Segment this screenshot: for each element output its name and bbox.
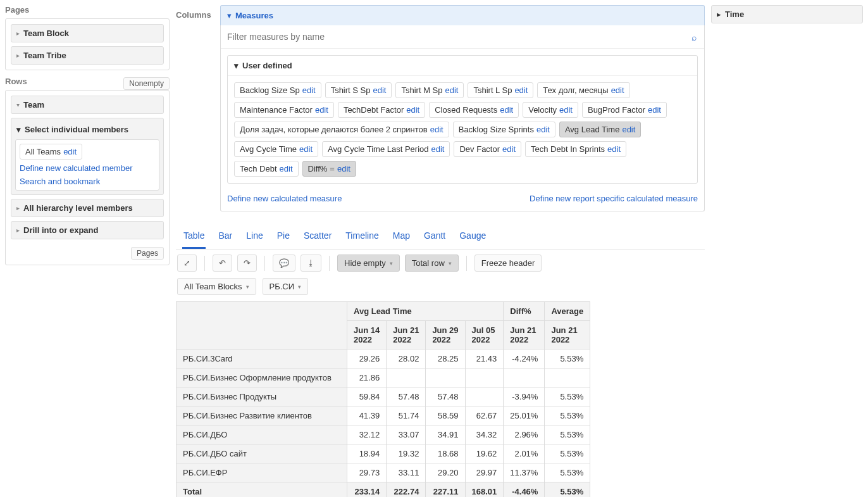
measure-chip[interactable]: Tech Debt In Sprintsedit (525, 141, 626, 157)
tab-bar[interactable]: Bar (217, 227, 233, 249)
col-date-header[interactable]: Jun 212022 (545, 321, 590, 349)
measure-chip[interactable]: Tshirt M Spedit (395, 82, 464, 98)
measure-chip-edit[interactable]: edit (406, 105, 419, 115)
measure-chip[interactable]: Тех долг, месяцыedit (537, 82, 629, 98)
measure-chip-edit[interactable]: edit (299, 144, 313, 154)
measure-chip-edit[interactable]: edit (430, 125, 443, 134)
measure-chip-edit[interactable]: edit (502, 144, 516, 154)
all-teams-chip[interactable]: All Teams edit (20, 144, 82, 160)
time-row[interactable]: ▸ Time (711, 5, 863, 23)
table-row[interactable]: РБ.СИ.ДБО32.1233.0734.9134.322.96%5.53% (177, 425, 590, 444)
col-date-header[interactable]: Jul 052022 (465, 321, 504, 349)
table-row[interactable]: РБ.СИ.ЕФР29.7333.1129.2029.9711.37%5.53% (177, 463, 590, 482)
all-blocks-dropdown[interactable]: All Team Blocks ▾ (177, 278, 256, 295)
measure-chip-edit[interactable]: edit (648, 105, 661, 115)
user-defined-header[interactable]: ▾ User defined (228, 56, 697, 76)
measure-chip-edit[interactable]: edit (559, 105, 573, 115)
separator (466, 256, 467, 271)
measures-header[interactable]: ▾ Measures (220, 5, 705, 25)
col-date-header[interactable]: Jun 142022 (347, 321, 387, 349)
measure-chip[interactable]: Dev Factoredit (454, 141, 521, 157)
col-date-header[interactable]: Jun 212022 (504, 321, 545, 349)
tab-line[interactable]: Line (245, 227, 264, 249)
measure-chip[interactable]: Tshirt L Spedit (468, 82, 533, 98)
measure-chip-edit[interactable]: edit (445, 85, 458, 95)
hide-empty-toggle[interactable]: Hide empty ▾ (337, 255, 400, 272)
define-member-link[interactable]: Define new calculated member (20, 163, 155, 173)
measure-chip-edit[interactable]: edit (514, 85, 528, 95)
cell: 59.84 (347, 387, 387, 406)
table-row[interactable]: РБ.СИ.ДБО сайт18.9419.3218.6819.622.01%5… (177, 444, 590, 463)
measure-chip-edit[interactable]: edit (280, 164, 293, 173)
measure-chip-edit[interactable]: edit (431, 144, 445, 154)
tab-map[interactable]: Map (392, 227, 411, 249)
expand-icon[interactable]: ⤢ (177, 255, 197, 272)
table-row[interactable]: РБ.СИ.Бизнес Оформление продуктов21.86 (177, 368, 590, 387)
measure-chip[interactable]: Avg Cycle Time Last Periodedit (322, 141, 450, 157)
table-row[interactable]: РБ.СИ.Бизнес Продукты59.8457.4857.48-3.9… (177, 387, 590, 406)
measure-chip[interactable]: Velocityedit (523, 102, 578, 118)
define-measure-link[interactable]: Define new calculated measure (227, 194, 342, 203)
all-teams-edit[interactable]: edit (63, 147, 77, 156)
measure-chip-edit[interactable]: edit (315, 105, 328, 115)
measures-filter-input[interactable] (221, 25, 704, 49)
col-date-header[interactable]: Jun 292022 (426, 321, 465, 349)
export-icon[interactable]: ⭳ (301, 255, 321, 272)
col-group-header[interactable]: Diff% (504, 302, 545, 321)
team-tribe-row[interactable]: ▸ Team Tribe (11, 46, 164, 65)
measure-chip-diff[interactable]: Diff% = edit (302, 161, 356, 177)
tab-gantt[interactable]: Gantt (423, 227, 447, 249)
cell: -3.94% (504, 387, 545, 406)
define-report-measure-link[interactable]: Define new report specific calculated me… (530, 194, 698, 203)
total-row-toggle[interactable]: Total row ▾ (405, 255, 459, 272)
freeze-header-label: Freeze header (481, 258, 535, 268)
rbsi-dropdown[interactable]: РБ.СИ ▾ (263, 278, 309, 295)
measure-chip-edit[interactable]: edit (373, 85, 387, 95)
measure-chip-edit[interactable]: edit (302, 85, 316, 95)
measure-chip[interactable]: Backlog Size Spedit (234, 82, 321, 98)
search-bookmark-link[interactable]: Search and bookmark (20, 177, 155, 186)
measure-chip[interactable]: Backlog Size Sprintsedit (453, 122, 555, 137)
measure-chip[interactable]: Tech Debtedit (234, 161, 299, 177)
tab-pie[interactable]: Pie (276, 227, 291, 249)
team-row[interactable]: ▾ Team (11, 96, 164, 114)
tab-table[interactable]: Table (182, 227, 206, 249)
table-row[interactable]: РБ.СИ.Бизнес Развитие клиентов41.3951.74… (177, 406, 590, 425)
measure-chip[interactable]: BugProd Factoredit (582, 102, 667, 118)
measure-chip-edit[interactable]: edit (607, 144, 621, 154)
measure-chip[interactable]: Avg Cycle Timeedit (234, 141, 318, 157)
undo-icon[interactable]: ↶ (213, 255, 232, 272)
freeze-header-button[interactable]: Freeze header (474, 255, 542, 272)
measure-chip[interactable]: Closed Requestsedit (429, 102, 519, 118)
measure-chip-label: Tshirt S Sp (331, 85, 371, 95)
measure-chip[interactable]: Maintenance Factoredit (234, 102, 334, 118)
redo-icon[interactable]: ↷ (237, 255, 257, 272)
tab-timeline[interactable]: Timeline (344, 227, 380, 249)
measure-chip-edit[interactable]: edit (536, 125, 550, 134)
measure-chip-edit[interactable]: edit (611, 85, 624, 95)
columns-section-label: Columns (176, 5, 214, 211)
measure-chip[interactable]: Tshirt S Spedit (325, 82, 392, 98)
pages-button[interactable]: Pages (131, 247, 164, 260)
tab-gauge[interactable]: Gauge (458, 227, 487, 249)
measure-chip-edit[interactable]: edit (337, 164, 350, 173)
measure-chip-edit[interactable]: edit (500, 105, 513, 115)
measure-chip[interactable]: TechDebt Factoredit (338, 102, 425, 118)
table-row[interactable]: РБ.СИ.3Card29.2628.0228.2521.43-4.24%5.5… (177, 349, 590, 368)
tab-scatter[interactable]: Scatter (302, 227, 333, 249)
col-group-header[interactable]: Average (545, 302, 590, 321)
measure-chip[interactable]: Avg Lead Timeedit (559, 122, 641, 137)
cell: 5.53% (545, 406, 590, 425)
comment-icon[interactable]: 💬 (273, 255, 295, 272)
rows-section-label: Rows (5, 77, 27, 86)
col-group-header[interactable]: Avg Lead Time (347, 302, 504, 321)
user-defined-box: ▾ User defined Backlog Size SpeditTshirt… (227, 55, 698, 184)
measure-chip[interactable]: Доля задач, которые делаются более 2 спр… (234, 122, 449, 137)
nonempty-toggle[interactable]: Nonempty (123, 77, 170, 90)
measure-chip-edit[interactable]: edit (622, 125, 635, 134)
all-hierarchy-row[interactable]: ▸ All hierarchy level members (11, 199, 164, 217)
team-block-row[interactable]: ▸ Team Block (11, 24, 164, 42)
col-date-header[interactable]: Jun 212022 (387, 321, 426, 349)
select-members-header[interactable]: ▾ Select individual members (15, 122, 159, 139)
drill-row[interactable]: ▸ Drill into or expand (11, 221, 164, 239)
